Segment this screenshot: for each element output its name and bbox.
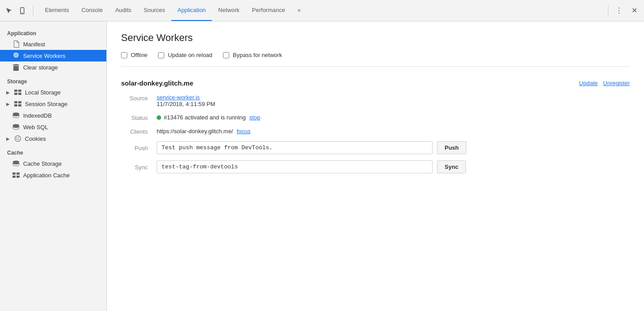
sidebar-item-application-cache[interactable]: Application Cache — [0, 169, 106, 181]
focus-link[interactable]: focus — [237, 128, 251, 135]
sync-row: Sync — [157, 160, 630, 173]
tab-application[interactable]: Application — [171, 0, 212, 21]
svg-rect-5 — [18, 93, 21, 95]
source-label: Source — [121, 94, 157, 107]
local-storage-arrow: ▶ — [5, 90, 11, 95]
content-area: Service Workers Offline Update on reload… — [107, 21, 644, 311]
tab-network[interactable]: Network — [212, 0, 246, 21]
indexeddb-icon — [12, 112, 20, 119]
tab-audits[interactable]: Audits — [109, 0, 138, 21]
sw-actions: Update Unregister — [579, 80, 630, 86]
svg-rect-8 — [14, 104, 17, 106]
application-section-title: Application — [0, 27, 106, 38]
status-dot — [157, 115, 161, 120]
update-link[interactable]: Update — [579, 80, 598, 86]
svg-point-16 — [18, 139, 19, 140]
sw-domain-name: solar-donkey.glitch.me — [121, 79, 193, 87]
sidebar-item-cache-storage[interactable]: Cache Storage — [0, 158, 106, 169]
push-label: Push — [121, 141, 157, 154]
cursor-icon[interactable] — [4, 5, 14, 16]
push-button[interactable]: Push — [437, 141, 466, 154]
svg-rect-2 — [14, 90, 17, 92]
svg-rect-6 — [14, 101, 17, 103]
source-value: service-worker.js 11/7/2018, 4:11:59 PM — [157, 94, 630, 107]
offline-checkbox-item[interactable]: Offline — [121, 52, 147, 58]
manifest-label: Manifest — [23, 41, 45, 48]
clear-storage-label: Clear storage — [23, 64, 58, 71]
update-on-reload-checkbox[interactable] — [158, 52, 164, 58]
sidebar-item-service-workers[interactable]: Service Workers — [0, 50, 106, 61]
tab-more[interactable]: » — [291, 0, 307, 21]
toolbar-icons — [4, 5, 33, 16]
tab-console[interactable]: Console — [75, 0, 109, 21]
unregister-link[interactable]: Unregister — [603, 80, 630, 86]
clients-url: https://solar-donkey.glitch.me/ — [157, 128, 233, 135]
menu-button[interactable]: ⋮ — [613, 4, 625, 17]
sidebar-item-indexeddb[interactable]: IndexedDB — [0, 110, 106, 121]
page-title: Service Workers — [121, 32, 630, 44]
sync-label: Sync — [121, 160, 157, 173]
web-sql-icon — [12, 123, 20, 131]
svg-rect-21 — [12, 176, 16, 178]
web-sql-label: Web SQL — [23, 124, 48, 131]
nav-tabs: Elements Console Audits Sources Applicat… — [39, 0, 604, 21]
svg-rect-22 — [16, 176, 20, 178]
push-input[interactable] — [157, 141, 433, 154]
update-on-reload-label: Update on reload — [168, 52, 212, 58]
toolbar: Elements Console Audits Sources Applicat… — [0, 0, 644, 21]
tab-sources[interactable]: Sources — [138, 0, 171, 21]
mobile-icon[interactable] — [17, 5, 28, 16]
sidebar-item-cookies[interactable]: ▶ Cookies — [0, 133, 106, 144]
clear-storage-icon — [12, 64, 20, 71]
local-storage-label: Local Storage — [25, 89, 61, 96]
source-link[interactable]: service-worker.js — [157, 94, 200, 101]
service-worker-entry: solar-donkey.glitch.me Update Unregister… — [121, 79, 630, 173]
sidebar-item-manifest[interactable]: Manifest — [0, 38, 106, 50]
cookies-icon — [14, 135, 21, 142]
sidebar-item-clear-storage[interactable]: Clear storage — [0, 61, 106, 73]
cookies-arrow: ▶ — [5, 136, 11, 141]
svg-rect-4 — [14, 93, 17, 95]
svg-rect-9 — [18, 104, 21, 106]
cache-storage-icon — [12, 160, 20, 167]
svg-rect-20 — [16, 172, 20, 175]
svg-point-14 — [18, 137, 19, 138]
session-storage-icon — [14, 100, 21, 107]
sidebar-item-session-storage[interactable]: ▶ Session Storage — [0, 98, 106, 110]
status-text: #13476 activated and is running — [164, 114, 246, 121]
status-label: Status — [121, 114, 157, 121]
svg-rect-7 — [18, 101, 21, 103]
bypass-for-network-checkbox-item[interactable]: Bypass for network — [223, 52, 282, 58]
offline-checkbox[interactable] — [121, 52, 127, 58]
session-storage-label: Session Storage — [25, 101, 67, 107]
sidebar-item-web-sql[interactable]: Web SQL — [0, 121, 106, 133]
bypass-for-network-checkbox[interactable] — [223, 52, 229, 58]
bypass-for-network-label: Bypass for network — [233, 52, 282, 58]
application-cache-icon — [12, 172, 20, 179]
svg-rect-3 — [18, 90, 21, 92]
toolbar-right: ⋮ ✕ — [606, 4, 640, 17]
sync-input[interactable] — [157, 160, 433, 173]
clients-value: https://solar-donkey.glitch.me/ focus — [157, 127, 630, 135]
sw-details-grid: Source service-worker.js 11/7/2018, 4:11… — [121, 94, 630, 173]
tab-performance[interactable]: Performance — [246, 0, 291, 21]
stop-link[interactable]: stop — [249, 114, 260, 121]
manifest-icon — [12, 41, 20, 48]
update-on-reload-checkbox-item[interactable]: Update on reload — [158, 52, 212, 58]
cache-storage-label: Cache Storage — [23, 160, 62, 167]
session-storage-arrow: ▶ — [5, 101, 11, 106]
sync-button[interactable]: Sync — [437, 160, 466, 173]
options-row: Offline Update on reload Bypass for netw… — [121, 52, 630, 67]
svg-point-15 — [16, 139, 17, 140]
close-button[interactable]: ✕ — [628, 4, 640, 17]
application-cache-label: Application Cache — [23, 172, 70, 179]
clients-label: Clients — [121, 127, 157, 135]
indexeddb-label: IndexedDB — [23, 112, 52, 119]
sw-domain-row: solar-donkey.glitch.me Update Unregister — [121, 79, 630, 87]
service-workers-icon — [12, 52, 20, 59]
tab-elements[interactable]: Elements — [39, 0, 75, 21]
sidebar: Application Manifest Service Workers — [0, 21, 107, 311]
sidebar-item-local-storage[interactable]: ▶ Local Storage — [0, 86, 106, 98]
offline-label: Offline — [131, 52, 147, 58]
toolbar-divider — [608, 5, 608, 16]
